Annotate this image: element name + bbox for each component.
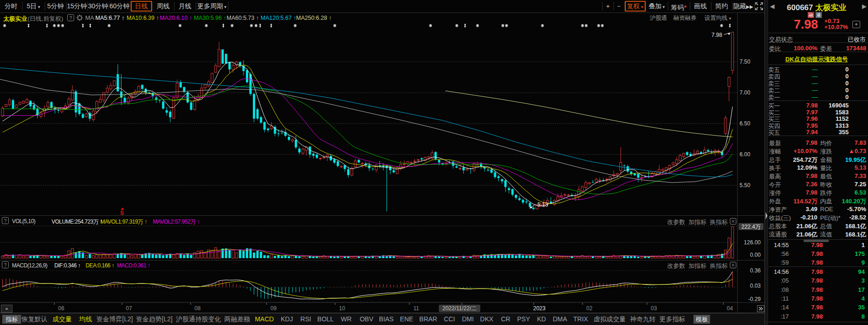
- svg-text:?: ?: [4, 262, 6, 268]
- svg-text:0.36: 0.36: [750, 267, 761, 274]
- svg-text:0.00: 0.00: [750, 252, 761, 258]
- svg-text:222.4万: 222.4万: [741, 224, 761, 230]
- svg-text:-0.29: -0.29: [748, 296, 761, 302]
- svg-text:7.50: 7.50: [740, 59, 751, 65]
- svg-text:7.98: 7.98: [711, 32, 722, 38]
- svg-text:S: S: [120, 210, 124, 216]
- svg-text:?: ?: [4, 218, 6, 224]
- svg-text:126.00: 126.00: [744, 239, 761, 246]
- svg-text:7.00: 7.00: [740, 89, 751, 96]
- svg-text:5.13: 5.13: [537, 201, 548, 208]
- svg-text:5.50: 5.50: [740, 182, 751, 189]
- svg-text:6.00: 6.00: [740, 151, 751, 158]
- svg-text:0.03: 0.03: [750, 283, 761, 289]
- svg-text:6.50: 6.50: [740, 120, 751, 127]
